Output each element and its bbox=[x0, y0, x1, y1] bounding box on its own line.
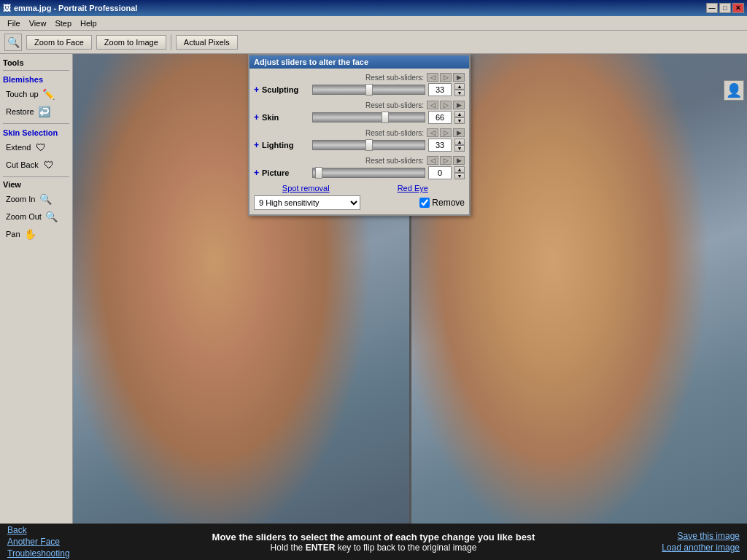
titlebar: 🖼 emma.jpg - Portrait Professional — □ ✕ bbox=[0, 0, 747, 16]
lighting-reset-left[interactable]: ◁ bbox=[427, 128, 438, 137]
menu-file[interactable]: File bbox=[3, 18, 25, 29]
another-face-button[interactable]: Another Face bbox=[7, 537, 139, 547]
picture-slider[interactable] bbox=[312, 168, 425, 178]
sculpting-value[interactable]: 33 bbox=[428, 83, 452, 96]
lighting-value[interactable]: 33 bbox=[428, 139, 452, 152]
picture-reset-arrows[interactable]: ◁ ▷ ▶ bbox=[427, 156, 465, 165]
red-eye-button[interactable]: Red Eye bbox=[361, 184, 465, 192]
reset-sub-label-picture: Reset sub-sliders: bbox=[254, 157, 424, 165]
sensitivity-select[interactable]: 9 High sensitivity bbox=[254, 195, 360, 210]
zoom-in-label: Zoom In bbox=[6, 195, 35, 203]
maximize-button[interactable]: □ bbox=[719, 3, 731, 13]
reset-sub-label-skin: Reset sub-sliders: bbox=[254, 101, 424, 109]
sculpting-down[interactable]: ▼ bbox=[454, 90, 465, 96]
close-button[interactable]: ✕ bbox=[732, 3, 744, 13]
skin-thumb[interactable] bbox=[382, 112, 389, 123]
skin-reset-right[interactable]: ▶ bbox=[453, 101, 465, 109]
remove-label: Remove bbox=[432, 198, 465, 208]
lighting-down[interactable]: ▼ bbox=[454, 145, 465, 152]
skin-up[interactable]: ▲ bbox=[454, 111, 465, 117]
touch-up-icon: ✏️ bbox=[42, 87, 56, 101]
sculpting-spinners[interactable]: ▲ ▼ bbox=[454, 83, 465, 96]
image-area: Adjust sliders to alter the face Reset s… bbox=[73, 54, 747, 524]
lighting-reset-mid[interactable]: ▷ bbox=[440, 128, 452, 137]
sculpting-slider[interactable] bbox=[312, 85, 425, 95]
enter-key: ENTER bbox=[306, 542, 336, 553]
picture-down[interactable]: ▼ bbox=[454, 173, 465, 179]
zoom-in-icon: 🔍 bbox=[38, 192, 53, 206]
lighting-reset-arrows[interactable]: ◁ ▷ ▶ bbox=[427, 128, 465, 137]
skin-reset-mid[interactable]: ▷ bbox=[440, 101, 452, 109]
adjust-panel-content: Reset sub-sliders: ◁ ▷ ▶ + Sculpting bbox=[249, 69, 469, 214]
reset-right-arrow[interactable]: ▶ bbox=[453, 73, 465, 82]
minimize-button[interactable]: — bbox=[706, 3, 718, 13]
zoom-face-button[interactable]: Zoom to Face bbox=[26, 35, 92, 50]
person-icon: 👤 bbox=[724, 80, 744, 101]
remove-checkbox[interactable] bbox=[419, 198, 430, 208]
lighting-reset-right[interactable]: ▶ bbox=[453, 128, 465, 137]
skin-expand[interactable]: + bbox=[254, 112, 259, 122]
troubleshooting-button[interactable]: Troubleshooting bbox=[7, 548, 139, 559]
spot-removal-button[interactable]: Spot removal bbox=[254, 184, 358, 192]
actual-pixels-button[interactable]: Actual Pixels bbox=[176, 35, 238, 50]
menu-help[interactable]: Help bbox=[76, 18, 101, 29]
titlebar-left: 🖼 emma.jpg - Portrait Professional bbox=[3, 4, 137, 12]
skin-down[interactable]: ▼ bbox=[454, 117, 465, 124]
sculpting-reset-arrows[interactable]: ◁ ▷ ▶ bbox=[427, 73, 465, 82]
picture-reset-left[interactable]: ◁ bbox=[427, 156, 438, 165]
cut-back-icon: 🛡 bbox=[42, 158, 56, 172]
menu-view[interactable]: View bbox=[25, 18, 51, 29]
skin-reset-left[interactable]: ◁ bbox=[427, 101, 438, 109]
view-title: View bbox=[3, 180, 69, 189]
lighting-slider[interactable] bbox=[312, 140, 425, 150]
picture-spinners[interactable]: ▲ ▼ bbox=[454, 166, 465, 179]
zoom-in-tool[interactable]: Zoom In 🔍 bbox=[3, 190, 69, 208]
picture-reset-mid[interactable]: ▷ bbox=[440, 156, 452, 165]
titlebar-controls[interactable]: — □ ✕ bbox=[706, 3, 744, 13]
sculpting-thumb[interactable] bbox=[365, 84, 373, 96]
zoom-image-button[interactable]: Zoom to Image bbox=[96, 35, 166, 50]
reset-left-arrow[interactable]: ◁ bbox=[427, 73, 438, 82]
picture-value[interactable]: 0 bbox=[428, 166, 452, 179]
restore-tool[interactable]: Restore ↩️ bbox=[3, 103, 69, 120]
lighting-thumb[interactable] bbox=[365, 139, 373, 151]
reset-sub-label: Reset sub-sliders: bbox=[254, 74, 424, 82]
skin-slider[interactable] bbox=[312, 112, 425, 122]
skin-spinners[interactable]: ▲ ▼ bbox=[454, 111, 465, 124]
skin-selection-section[interactable]: Skin Selection bbox=[3, 128, 69, 137]
restore-label: Restore bbox=[6, 107, 34, 116]
extend-tool[interactable]: Extend 🛡 bbox=[3, 139, 69, 156]
pan-tool[interactable]: Pan ✋ bbox=[3, 225, 69, 243]
zoom-out-label: Zoom Out bbox=[6, 212, 42, 221]
reset-sub-label-lighting: Reset sub-sliders: bbox=[254, 129, 424, 137]
zoom-out-tool[interactable]: Zoom Out 🔍 bbox=[3, 208, 69, 225]
bottom-right: Save this image Load another image bbox=[601, 528, 747, 556]
load-image-button[interactable]: Load another image bbox=[662, 542, 740, 553]
sculpting-up[interactable]: ▲ bbox=[454, 83, 465, 90]
picture-thumb[interactable] bbox=[315, 167, 322, 179]
skin-value[interactable]: 66 bbox=[428, 111, 452, 124]
blemishes-section[interactable]: Blemishes bbox=[3, 75, 69, 84]
lighting-reset-row: Reset sub-sliders: ◁ ▷ ▶ bbox=[254, 128, 465, 137]
instruction-line1: Move the sliders to select the amount of… bbox=[146, 532, 601, 542]
picture-expand[interactable]: + bbox=[254, 168, 259, 178]
lighting-row: + Lighting 33 ▲ ▼ bbox=[254, 139, 465, 152]
cut-back-tool[interactable]: Cut Back 🛡 bbox=[3, 156, 69, 174]
lighting-up[interactable]: ▲ bbox=[454, 139, 465, 145]
lighting-spinners[interactable]: ▲ ▼ bbox=[454, 139, 465, 152]
reset-mid-arrow[interactable]: ▷ bbox=[440, 73, 452, 82]
lighting-expand[interactable]: + bbox=[254, 140, 259, 150]
save-image-button[interactable]: Save this image bbox=[678, 531, 740, 541]
skin-reset-arrows[interactable]: ◁ ▷ ▶ bbox=[427, 101, 465, 109]
touch-up-tool[interactable]: Touch up ✏️ bbox=[3, 85, 69, 103]
sculpting-reset-row: Reset sub-sliders: ◁ ▷ ▶ bbox=[254, 73, 465, 82]
menu-step[interactable]: Step bbox=[50, 18, 76, 29]
sculpting-expand[interactable]: + bbox=[254, 85, 259, 95]
instruction-post: key to flip back to the original image bbox=[335, 542, 476, 553]
picture-up[interactable]: ▲ bbox=[454, 166, 465, 173]
back-button[interactable]: Back bbox=[7, 525, 139, 535]
touch-up-label: Touch up bbox=[6, 90, 39, 98]
picture-section: Reset sub-sliders: ◁ ▷ ▶ + Picture bbox=[254, 156, 465, 179]
restore-icon: ↩️ bbox=[37, 104, 52, 119]
picture-reset-right[interactable]: ▶ bbox=[453, 156, 465, 165]
